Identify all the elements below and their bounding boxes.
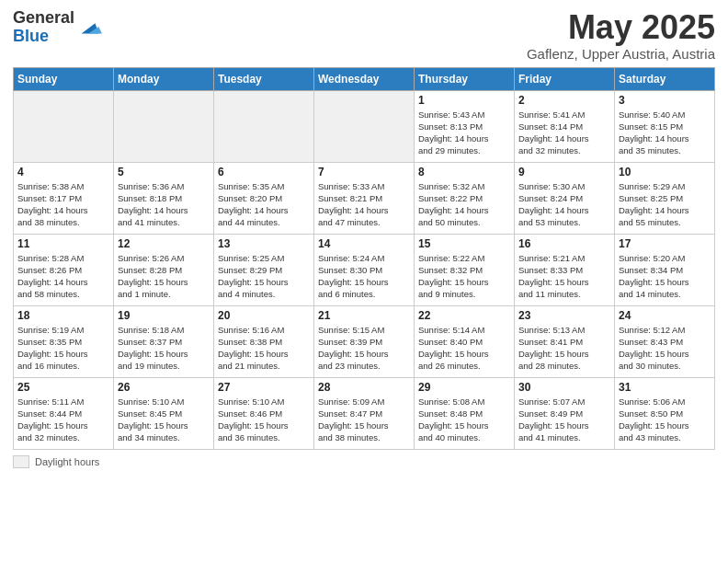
day-number: 15 [418,237,510,250]
day-info: Sunrise: 5:08 AM Sunset: 8:48 PM Dayligh… [418,396,510,444]
calendar-cell: 7Sunrise: 5:33 AM Sunset: 8:21 PM Daylig… [314,162,415,234]
col-thursday: Thursday [415,67,515,90]
day-info: Sunrise: 5:24 AM Sunset: 8:30 PM Dayligh… [318,252,410,301]
calendar-cell: 2Sunrise: 5:41 AM Sunset: 8:14 PM Daylig… [515,90,615,162]
day-info: Sunrise: 5:30 AM Sunset: 8:24 PM Dayligh… [518,180,610,229]
day-number: 31 [619,381,711,394]
logo-icon [76,15,102,40]
col-wednesday: Wednesday [314,67,415,90]
day-info: Sunrise: 5:06 AM Sunset: 8:50 PM Dayligh… [619,396,711,444]
title-block: May 2025 Gaflenz, Upper Austria, Austria [527,9,715,62]
calendar-cell: 13Sunrise: 5:25 AM Sunset: 8:29 PM Dayli… [214,234,314,305]
calendar-cell [14,90,114,162]
day-info: Sunrise: 5:21 AM Sunset: 8:33 PM Dayligh… [518,252,610,301]
logo-general: General [13,9,74,28]
calendar-cell: 1Sunrise: 5:43 AM Sunset: 8:13 PM Daylig… [415,90,515,162]
calendar-table: Sunday Monday Tuesday Wednesday Thursday… [13,67,715,450]
day-number: 7 [318,166,410,178]
day-number: 11 [17,237,109,250]
day-number: 17 [619,237,711,250]
day-number: 25 [17,381,109,394]
day-number: 12 [118,237,210,250]
calendar-cell [114,90,214,162]
calendar-cell: 10Sunrise: 5:29 AM Sunset: 8:25 PM Dayli… [615,162,715,234]
day-number: 2 [518,94,610,107]
calendar-cell: 22Sunrise: 5:14 AM Sunset: 8:40 PM Dayli… [415,305,515,377]
day-number: 22 [418,309,510,322]
day-info: Sunrise: 5:29 AM Sunset: 8:25 PM Dayligh… [619,180,711,229]
subtitle: Gaflenz, Upper Austria, Austria [527,46,715,62]
day-info: Sunrise: 5:10 AM Sunset: 8:45 PM Dayligh… [118,396,210,444]
day-info: Sunrise: 5:26 AM Sunset: 8:28 PM Dayligh… [118,252,210,301]
calendar-cell: 27Sunrise: 5:10 AM Sunset: 8:46 PM Dayli… [214,377,314,449]
col-friday: Friday [515,67,615,90]
calendar-cell: 9Sunrise: 5:30 AM Sunset: 8:24 PM Daylig… [515,162,615,234]
legend-box [13,455,29,468]
day-info: Sunrise: 5:10 AM Sunset: 8:46 PM Dayligh… [218,396,310,444]
day-info: Sunrise: 5:41 AM Sunset: 8:14 PM Dayligh… [518,109,610,157]
calendar-cell: 21Sunrise: 5:15 AM Sunset: 8:39 PM Dayli… [314,305,415,377]
day-number: 6 [218,166,310,178]
calendar-cell [214,90,314,162]
day-number: 28 [318,381,410,394]
col-tuesday: Tuesday [214,67,314,90]
day-info: Sunrise: 5:36 AM Sunset: 8:18 PM Dayligh… [118,180,210,229]
header-row: Sunday Monday Tuesday Wednesday Thursday… [14,67,715,90]
calendar-cell: 14Sunrise: 5:24 AM Sunset: 8:30 PM Dayli… [314,234,415,305]
calendar-week-4: 18Sunrise: 5:19 AM Sunset: 8:35 PM Dayli… [14,305,715,377]
calendar-cell: 15Sunrise: 5:22 AM Sunset: 8:32 PM Dayli… [415,234,515,305]
day-info: Sunrise: 5:22 AM Sunset: 8:32 PM Dayligh… [418,252,510,301]
col-sunday: Sunday [14,67,114,90]
day-info: Sunrise: 5:25 AM Sunset: 8:29 PM Dayligh… [218,252,310,301]
calendar-cell: 28Sunrise: 5:09 AM Sunset: 8:47 PM Dayli… [314,377,415,449]
day-number: 5 [118,166,210,178]
day-number: 18 [17,309,109,322]
calendar-cell: 29Sunrise: 5:08 AM Sunset: 8:48 PM Dayli… [415,377,515,449]
day-info: Sunrise: 5:33 AM Sunset: 8:21 PM Dayligh… [318,180,410,229]
day-info: Sunrise: 5:28 AM Sunset: 8:26 PM Dayligh… [17,252,109,301]
day-number: 13 [218,237,310,250]
day-number: 26 [118,381,210,394]
calendar-cell [314,90,415,162]
day-number: 21 [318,309,410,322]
day-number: 27 [218,381,310,394]
day-info: Sunrise: 5:38 AM Sunset: 8:17 PM Dayligh… [17,180,109,229]
day-number: 16 [518,237,610,250]
day-info: Sunrise: 5:18 AM Sunset: 8:37 PM Dayligh… [118,324,210,373]
calendar-week-2: 4Sunrise: 5:38 AM Sunset: 8:17 PM Daylig… [14,162,715,234]
logo-text: General Blue [13,9,74,46]
day-info: Sunrise: 5:11 AM Sunset: 8:44 PM Dayligh… [17,396,109,444]
calendar-week-1: 1Sunrise: 5:43 AM Sunset: 8:13 PM Daylig… [14,90,715,162]
day-number: 14 [318,237,410,250]
day-info: Sunrise: 5:15 AM Sunset: 8:39 PM Dayligh… [318,324,410,373]
calendar-cell: 12Sunrise: 5:26 AM Sunset: 8:28 PM Dayli… [114,234,214,305]
calendar-cell: 19Sunrise: 5:18 AM Sunset: 8:37 PM Dayli… [114,305,214,377]
page-container: General Blue May 2025 Gaflenz, Upper Aus… [0,0,728,477]
calendar-week-5: 25Sunrise: 5:11 AM Sunset: 8:44 PM Dayli… [14,377,715,449]
day-number: 1 [418,94,510,107]
logo-blue: Blue [13,28,74,46]
day-info: Sunrise: 5:14 AM Sunset: 8:40 PM Dayligh… [418,324,510,373]
day-number: 23 [518,309,610,322]
day-number: 30 [518,381,610,394]
day-number: 24 [619,309,711,322]
day-number: 20 [218,309,310,322]
day-info: Sunrise: 5:13 AM Sunset: 8:41 PM Dayligh… [518,324,610,373]
day-info: Sunrise: 5:16 AM Sunset: 8:38 PM Dayligh… [218,324,310,373]
day-number: 19 [118,309,210,322]
day-number: 29 [418,381,510,394]
main-title: May 2025 [527,9,715,46]
calendar-cell: 17Sunrise: 5:20 AM Sunset: 8:34 PM Dayli… [615,234,715,305]
day-info: Sunrise: 5:19 AM Sunset: 8:35 PM Dayligh… [17,324,109,373]
day-info: Sunrise: 5:12 AM Sunset: 8:43 PM Dayligh… [619,324,711,373]
calendar-cell: 3Sunrise: 5:40 AM Sunset: 8:15 PM Daylig… [615,90,715,162]
calendar-cell: 24Sunrise: 5:12 AM Sunset: 8:43 PM Dayli… [615,305,715,377]
calendar-week-3: 11Sunrise: 5:28 AM Sunset: 8:26 PM Dayli… [14,234,715,305]
day-info: Sunrise: 5:07 AM Sunset: 8:49 PM Dayligh… [518,396,610,444]
legend: Daylight hours [13,455,715,468]
calendar-cell: 4Sunrise: 5:38 AM Sunset: 8:17 PM Daylig… [14,162,114,234]
day-info: Sunrise: 5:32 AM Sunset: 8:22 PM Dayligh… [418,180,510,229]
day-number: 9 [518,166,610,178]
calendar-cell: 23Sunrise: 5:13 AM Sunset: 8:41 PM Dayli… [515,305,615,377]
header: General Blue May 2025 Gaflenz, Upper Aus… [13,9,715,62]
